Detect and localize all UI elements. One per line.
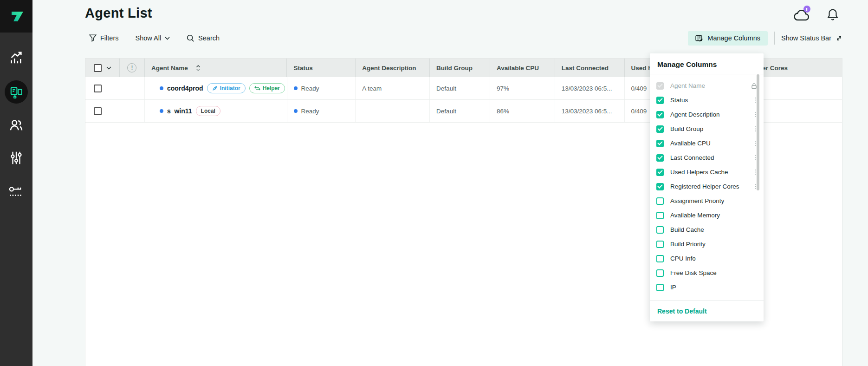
column-toggle-build-cache[interactable]: Build Cache (650, 222, 764, 237)
column-toggle-used-helpers-cache[interactable]: Used Helpers Cache (650, 165, 764, 179)
column-toggle-label: CPU Info (670, 255, 757, 262)
expand-icon (836, 35, 842, 42)
column-toggle-label: Free Disk Space (670, 269, 757, 276)
search-button[interactable]: Search (187, 34, 220, 42)
checkbox-checked-icon[interactable] (656, 169, 664, 176)
rocket-icon (212, 85, 218, 91)
header-status[interactable]: Status (286, 59, 355, 77)
column-toggle-label: Last Connected (670, 154, 748, 161)
status-dot (294, 109, 298, 113)
column-toggle-cpu-info[interactable]: CPU Info (650, 251, 764, 266)
agent-name[interactable]: s_win11 (167, 107, 192, 115)
swap-arrows-icon (254, 86, 260, 91)
reset-to-default-link[interactable]: Reset to Default (657, 307, 707, 315)
agent-online-dot (160, 86, 163, 90)
checkbox-checked-icon[interactable] (656, 111, 664, 118)
cloud-status-button[interactable] (793, 8, 811, 21)
column-toggle-build-priority[interactable]: Build Priority (650, 237, 764, 251)
local-badge: Local (196, 106, 220, 116)
column-toggle-available-cpu[interactable]: Available CPU (650, 136, 764, 150)
key-icon (8, 184, 24, 198)
notifications-button[interactable] (827, 8, 839, 21)
column-toggle-label: Available CPU (670, 140, 748, 147)
select-menu-chevron-icon[interactable] (106, 66, 111, 70)
agent-list-page: Agent List Filters Show All (0, 0, 868, 366)
column-toggle-free-disk-space[interactable]: Free Disk Space (650, 266, 764, 280)
column-toggle-label: IP (670, 284, 757, 291)
column-toggle-label: Registered Helper Cores (670, 183, 748, 190)
table-edit-icon (695, 34, 703, 42)
row-select-cell (85, 77, 119, 99)
alert-icon: ! (127, 63, 136, 72)
select-all-checkbox[interactable] (94, 64, 102, 72)
column-toggle-label: Agent Name (670, 82, 745, 89)
page-title: Agent List (85, 6, 152, 21)
brand-logo[interactable] (0, 0, 32, 33)
column-label: Last Connected (562, 65, 609, 72)
column-toggle-build-group[interactable]: Build Group (650, 122, 764, 136)
checkbox-unchecked-icon[interactable] (656, 284, 664, 291)
checkbox-checked-icon[interactable] (656, 97, 664, 104)
row-checkbox[interactable] (94, 107, 102, 115)
column-label: Agent Name (151, 65, 188, 72)
filter-funnel-icon (89, 34, 97, 42)
sidebar (0, 0, 32, 366)
checkbox-unchecked-icon[interactable] (656, 269, 664, 277)
show-status-bar-button[interactable]: Show Status Bar (781, 34, 842, 42)
sidebar-item-license[interactable] (0, 179, 32, 203)
available-cpu-cell: 86% (490, 100, 555, 122)
agents-icon (10, 85, 23, 98)
checkbox-checked-icon[interactable] (656, 125, 664, 133)
header-agent-description[interactable]: Agent Description (355, 59, 429, 77)
column-toggle-status[interactable]: Status (650, 93, 764, 107)
checkbox-checked-icon[interactable] (656, 183, 664, 190)
manage-columns-panel: Manage Columns Agent Name Status Agent D… (650, 53, 764, 321)
filters-label: Filters (100, 34, 118, 42)
active-indicator (5, 80, 28, 104)
helper-badge: Helper (249, 83, 285, 93)
checkbox-unchecked-icon[interactable] (656, 241, 664, 248)
panel-scrollbar[interactable] (757, 74, 759, 190)
agent-name[interactable]: coord4prod (167, 85, 203, 92)
sidebar-item-users[interactable] (0, 113, 32, 137)
manage-columns-button[interactable]: Manage Columns (688, 31, 768, 46)
checkbox-checked-icon[interactable] (656, 140, 664, 147)
description-cell (355, 100, 429, 122)
header-agent-name[interactable]: Agent Name (144, 59, 287, 77)
sidebar-item-agents[interactable] (0, 80, 32, 104)
header-select-cell (85, 59, 119, 77)
build-group-cell: Default (429, 77, 490, 99)
show-all-dropdown[interactable]: Show All (135, 34, 170, 42)
agent-name-cell: s_win11 Local (144, 100, 287, 122)
checkbox-unchecked-icon[interactable] (656, 197, 664, 205)
search-label: Search (198, 34, 220, 42)
header-build-group[interactable]: Build Group (429, 59, 490, 77)
row-checkbox[interactable] (94, 85, 102, 92)
toolbar-divider (774, 32, 775, 45)
checkbox-unchecked-icon[interactable] (656, 226, 664, 234)
column-toggle-available-memory[interactable]: Available Memory (650, 208, 764, 222)
column-label: Available CPU (497, 65, 539, 72)
checkbox-unchecked-icon[interactable] (656, 255, 664, 262)
column-list: Agent Name Status Agent Description Buil… (650, 78, 764, 294)
sidebar-item-dashboard[interactable] (0, 46, 32, 70)
sort-icon[interactable] (196, 65, 201, 71)
last-connected-cell: 13/03/2023 06:5... (555, 77, 624, 99)
status-cell: Ready (287, 100, 356, 122)
users-icon (9, 118, 23, 132)
sliders-icon (10, 151, 23, 165)
status-cell: Ready (287, 77, 356, 99)
checkbox-unchecked-icon[interactable] (656, 212, 664, 219)
header-last-connected[interactable]: Last Connected (555, 59, 624, 77)
header-available-cpu[interactable]: Available CPU (490, 59, 555, 77)
column-toggle-ip[interactable]: IP (650, 280, 764, 294)
column-toggle-last-connected[interactable]: Last Connected (650, 150, 764, 165)
column-toggle-label: Used Helpers Cache (670, 169, 748, 176)
checkbox-checked-icon[interactable] (656, 154, 664, 162)
column-toggle-assignment-priority[interactable]: Assignment Priority (650, 194, 764, 208)
column-toggle-registered-helper-cores[interactable]: Registered Helper Cores (650, 179, 764, 194)
column-toggle-agent-description[interactable]: Agent Description (650, 107, 764, 122)
filters-button[interactable]: Filters (89, 34, 118, 42)
badge-label: Local (201, 108, 215, 114)
sidebar-item-settings[interactable] (0, 146, 32, 170)
